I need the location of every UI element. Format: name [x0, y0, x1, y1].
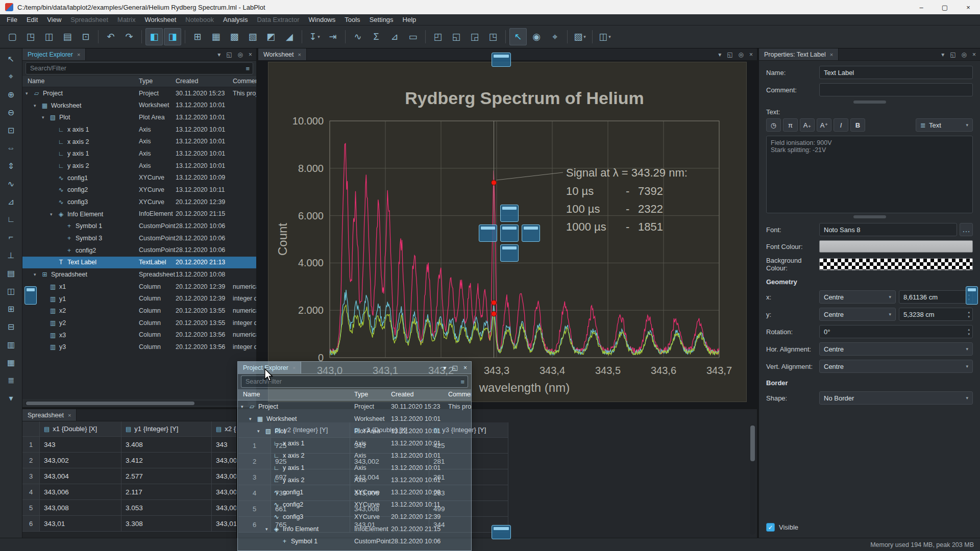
- column-header-comment[interactable]: Commen...: [233, 78, 256, 85]
- break-layout-button[interactable]: ◳: [484, 28, 502, 45]
- menu-analysis[interactable]: Analysis: [218, 14, 252, 26]
- text-content-area[interactable]: Field ionisation: 900V Stark splitting: …: [766, 136, 973, 213]
- scrollbar-thumb[interactable]: [26, 402, 194, 405]
- expand-arrow-icon[interactable]: ▾: [34, 103, 40, 108]
- spreadsheet1-column-header[interactable]: ▤x1 {Double} [X]: [40, 421, 121, 437]
- scrollbar-thumb[interactable]: [750, 425, 755, 461]
- add-fit-button[interactable]: ⊿: [386, 28, 403, 45]
- select-region-button[interactable]: ▧▾: [571, 28, 589, 45]
- menu-notebook[interactable]: Notebook: [181, 14, 218, 26]
- spreadsheet1-cell[interactable]: 3.412: [121, 453, 212, 468]
- close-icon[interactable]: ×: [292, 365, 296, 371]
- menu-data-extractor[interactable]: Data Extractor: [252, 14, 304, 26]
- expand-arrow-icon[interactable]: ▾: [50, 212, 57, 217]
- column-header-created[interactable]: Created: [176, 78, 198, 85]
- font-field[interactable]: Noto Sans 8: [819, 223, 957, 236]
- float-dock-icon[interactable]: ◱: [727, 51, 732, 58]
- main-tree-item-y-axis-1[interactable]: ∟y axis 1Axis13.12.2020 10:01: [22, 147, 256, 160]
- expand-arrow-icon[interactable]: ▾: [34, 272, 40, 277]
- menu-matrix[interactable]: Matrix: [113, 14, 140, 26]
- border-shape-select[interactable]: No Border ▾: [819, 391, 973, 405]
- splitter-handle[interactable]: [853, 101, 886, 104]
- tab-project-explorer[interactable]: Project Explorer ×: [22, 48, 86, 60]
- background-colour-swatch[interactable]: [819, 258, 973, 270]
- resize-handle[interactable]: [853, 215, 886, 218]
- import-data-button[interactable]: ↧▾: [306, 28, 323, 45]
- menu-windows[interactable]: Windows: [304, 14, 340, 26]
- menu-settings[interactable]: Settings: [365, 14, 398, 26]
- name-field[interactable]: [819, 66, 973, 79]
- maximize-button[interactable]: ▢: [933, 0, 957, 14]
- search-input[interactable]: [241, 375, 468, 388]
- zoom-mode-button[interactable]: ◉: [528, 28, 545, 45]
- minimize-button[interactable]: –: [910, 0, 933, 14]
- crosshair-mode-button[interactable]: ⌖: [546, 28, 564, 45]
- menu-edit[interactable]: Edit: [22, 14, 42, 26]
- main-tree-item-config3[interactable]: ∿config3XYCurve20.12.2020 12:39: [22, 196, 256, 208]
- spreadsheet1-cell[interactable]: 343,01: [40, 516, 121, 532]
- comment-field[interactable]: [819, 83, 973, 96]
- float-dock-icon[interactable]: ◱: [452, 364, 458, 371]
- ghost-tree-item-config2[interactable]: ∿config2XYCurve13.12.2020 10:11: [238, 498, 471, 511]
- ghost-tree-item-worksheet[interactable]: ▾▦WorksheetWorksheet13.12.2020 10:01: [238, 413, 471, 425]
- select-region-tool-button[interactable]: ⊡: [3, 122, 19, 138]
- new-project-button[interactable]: ▢: [4, 28, 21, 45]
- close-icon[interactable]: ×: [68, 412, 71, 418]
- dock-indicator-right-edge-icon[interactable]: [966, 286, 978, 305]
- save-project-button[interactable]: ◫: [40, 28, 58, 45]
- spin-arrows-icon[interactable]: ▴▾: [968, 310, 970, 319]
- close-dock-icon[interactable]: ×: [463, 364, 467, 371]
- add-equation-button[interactable]: Σ: [368, 28, 385, 45]
- menu-tools[interactable]: Tools: [340, 14, 364, 26]
- dock-indicator-center-top-icon[interactable]: [500, 205, 519, 222]
- main-tree-item-text-label[interactable]: TText LabelTextLabel20.12.2020 21:13: [22, 257, 256, 269]
- main-tree-item-y3[interactable]: ▥y3Column20.12.2020 13:56integer da...: [22, 341, 256, 353]
- zoom-in-tool-button[interactable]: ⊕: [3, 87, 19, 102]
- superscript-button[interactable]: A⁺: [817, 118, 831, 132]
- main-tree-item-y2[interactable]: ▥y2Column20.12.2020 13:55integer da...: [22, 317, 256, 329]
- print-preview-button[interactable]: ⊡: [77, 28, 94, 45]
- menu-file[interactable]: File: [2, 14, 22, 26]
- dock-indicator-center-left-icon[interactable]: [479, 224, 497, 242]
- vertical-scrollbar[interactable]: [750, 424, 755, 535]
- main-tree-item-project[interactable]: ▾▱ProjectProject30.11.2020 15:23This pro…: [22, 87, 256, 99]
- dock-indicator-bottom-icon[interactable]: [492, 525, 511, 539]
- font-colour-swatch[interactable]: [819, 240, 973, 253]
- spreadsheet1-cell[interactable]: 2.577: [121, 468, 212, 484]
- datetime-button[interactable]: ◷: [766, 118, 781, 132]
- zoom-select-tool-button[interactable]: ⌖: [3, 69, 19, 84]
- column-header-comment[interactable]: Commen...: [448, 391, 472, 398]
- column-header-created[interactable]: Created: [391, 391, 413, 398]
- new-workbook-button[interactable]: ⊞: [189, 28, 206, 45]
- y-position-spinbox[interactable]: 5,3238 cm ▴▾: [899, 308, 973, 321]
- add-legend-button[interactable]: ▭: [404, 28, 422, 45]
- add-axis-tool-button[interactable]: ∟: [3, 212, 19, 227]
- float-dock-icon[interactable]: ◱: [226, 51, 232, 58]
- insert-row-above-button[interactable]: ⊞: [3, 301, 19, 316]
- redo-button[interactable]: ↷: [120, 28, 138, 45]
- main-tree-item-x1[interactable]: ▥x1Column20.12.2020 12:39numerical: [22, 281, 256, 293]
- new-matrix-button[interactable]: ▩: [226, 28, 243, 45]
- spreadsheet1-cell[interactable]: 343,002: [212, 453, 236, 468]
- spreadsheet1-column-header[interactable]: ▤y1 {Integer} [Y]: [121, 421, 212, 437]
- spreadsheet1-cell[interactable]: 343,002: [40, 453, 121, 468]
- bold-button[interactable]: B: [850, 118, 865, 132]
- pin-dock-icon[interactable]: ◎: [238, 51, 243, 58]
- spreadsheet1-cell[interactable]: 343,01: [212, 516, 236, 532]
- add-plot-tool-button[interactable]: ◫: [3, 283, 19, 298]
- main-tree-item-y-axis-2[interactable]: ∟y axis 2Axis13.12.2020 10:01: [22, 160, 256, 172]
- main-tree-item-plot[interactable]: ▾▧PlotPlot Area13.12.2020 10:01: [22, 111, 256, 123]
- main-tree-item-x3[interactable]: ▥x3Column20.12.2020 13:56numerical: [22, 329, 256, 341]
- close-icon[interactable]: ×: [77, 52, 80, 58]
- vert-alignment-select[interactable]: Centre ▾: [819, 360, 973, 373]
- menu-help[interactable]: Help: [398, 14, 421, 26]
- spreadsheet1-cell[interactable]: 343: [212, 437, 236, 453]
- main-tree-item-info-element[interactable]: ▾◈Info ElementInfoElement20.12.2020 21:1…: [22, 208, 256, 220]
- hor-alignment-select[interactable]: Centre ▾: [819, 342, 973, 356]
- main-tree-item-symbol-1[interactable]: +Symbol 1CustomPoint28.12.2020 10:06: [22, 220, 256, 233]
- print-button[interactable]: ▤: [59, 28, 76, 45]
- close-dock-icon[interactable]: ×: [249, 51, 252, 58]
- dock-indicator-left-edge-icon[interactable]: [24, 286, 37, 305]
- expand-more-button[interactable]: ▾: [3, 390, 19, 406]
- ghost-tree-item-x-axis-2[interactable]: ∟x axis 2Axis13.12.2020 10:01: [238, 449, 471, 462]
